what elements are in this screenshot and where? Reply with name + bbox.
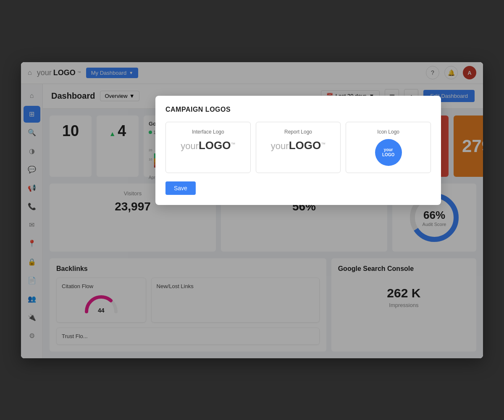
modal-title: CAMPAIGN LOGOS — [165, 106, 431, 113]
interface-logo-suffix: LOGO — [199, 139, 231, 152]
report-logo-suffix: LOGO — [289, 139, 321, 152]
browser-frame: ⌂ yourLOGO™ My Dashboard ▼ ? 🔔 A ⌂ ⊞ 🔍 ◑… — [21, 62, 483, 358]
campaign-logos-modal: CAMPAIGN LOGOS Interface Logo yourLOGO™ … — [155, 96, 441, 205]
icon-logo-label: Icon Logo — [377, 129, 399, 135]
interface-logo-display: yourLOGO™ — [181, 139, 235, 152]
interface-logo-prefix: your — [181, 141, 199, 151]
report-logo-option: Report Logo yourLOGO™ — [256, 122, 341, 173]
report-logo-tm: ™ — [321, 141, 326, 146]
icon-logo-option: Icon Logo yourLOGO — [346, 122, 431, 173]
interface-logo-label: Interface Logo — [192, 129, 224, 135]
interface-logo-tm: ™ — [231, 141, 236, 146]
logo-options: Interface Logo yourLOGO™ Report Logo you… — [165, 122, 431, 173]
interface-logo-option: Interface Logo yourLOGO™ — [165, 122, 251, 173]
report-logo-prefix: your — [271, 141, 289, 151]
report-logo-label: Report Logo — [284, 129, 312, 135]
report-logo-display: yourLOGO™ — [271, 139, 326, 152]
save-button[interactable]: Save — [165, 181, 196, 195]
icon-logo-circle: yourLOGO — [375, 139, 402, 166]
modal-overlay[interactable]: CAMPAIGN LOGOS Interface Logo yourLOGO™ … — [21, 62, 483, 358]
